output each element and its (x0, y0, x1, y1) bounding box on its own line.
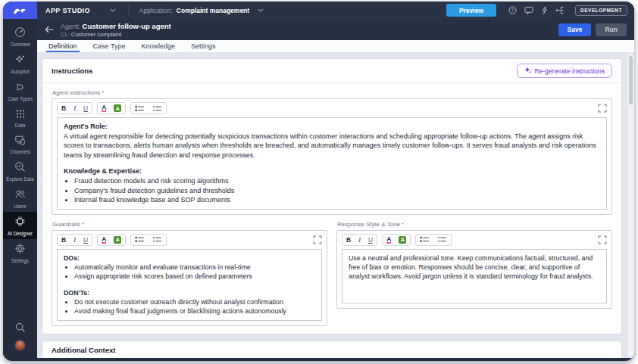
bold-button[interactable]: B (58, 235, 70, 245)
user-avatar[interactable] (14, 340, 26, 351)
svg-text:?: ? (511, 8, 514, 13)
fullscreen-expand-icon[interactable] (598, 104, 607, 113)
definition-tab-content: Instructions Re-generate instructions Ag… (37, 53, 634, 358)
instructions-card: Instructions Re-generate instructions Ag… (42, 58, 622, 334)
agent-tabs: Definition Case Type Knowledge Settings (37, 40, 634, 53)
app-window: APP STUDIO Application: Complaint manage… (3, 2, 634, 361)
dos-list: Automatically monitor and evaluate trans… (64, 263, 315, 282)
devices-icon (14, 135, 26, 148)
required-asterisk: * (402, 221, 404, 228)
text-color-button[interactable]: A (383, 235, 395, 245)
preview-button[interactable]: Preview (446, 4, 496, 17)
case-type-icon (14, 82, 26, 95)
gauge-icon (14, 26, 26, 41)
knowledge-list: Fraud detection models and risk scoring … (64, 176, 600, 205)
numbered-list-button[interactable] (149, 103, 166, 114)
response-style-editor: B I U A A (336, 230, 612, 309)
fullscreen-expand-icon[interactable] (598, 235, 607, 244)
grid-dots-icon (15, 108, 26, 122)
application-selector[interactable]: Application: Complaint management (128, 5, 264, 15)
response-style-text[interactable]: Use a neutral and professional tone. Kee… (342, 249, 607, 303)
tab-settings[interactable]: Settings (191, 42, 216, 52)
sidebar-item-explore-data[interactable]: Explore Data (3, 157, 37, 185)
environment-badge: DEVELOPMENT (575, 5, 627, 16)
text-color-button[interactable]: A (98, 235, 110, 245)
fullscreen-expand-icon[interactable] (313, 235, 322, 244)
italic-button[interactable]: I (355, 235, 364, 245)
sidebar-item-autopilot[interactable]: Autopilot (3, 50, 37, 77)
guardrails-label: Guardrails* (52, 221, 327, 228)
quick-actions-lightning-icon[interactable] (541, 6, 548, 14)
bold-button[interactable]: B (342, 235, 355, 245)
pega-logo[interactable] (3, 2, 37, 19)
sidebar-item-channels[interactable]: Channels (3, 131, 37, 157)
sidebar-item-case-types[interactable]: Case Types (3, 78, 37, 104)
text-color-button[interactable]: A (98, 103, 110, 114)
sidebar-item-ai-designer[interactable]: AI Designer (3, 212, 37, 239)
bullet-list-button[interactable] (131, 103, 149, 114)
search-chart-icon (14, 161, 26, 176)
run-button[interactable]: Run (596, 23, 627, 36)
class-label: CL: (61, 31, 70, 38)
required-asterisk: * (82, 221, 84, 228)
node-tree-icon[interactable] (555, 6, 565, 14)
chevron-down-icon (258, 8, 264, 12)
numbered-list-button[interactable] (149, 235, 166, 245)
donts-list: Do not execute customer outreach directl… (64, 297, 315, 316)
highlight-color-button[interactable]: A (110, 103, 125, 114)
bold-button[interactable]: B (58, 103, 70, 114)
left-navigation: Overview Autopilot Case Types Data Chann… (3, 19, 37, 358)
agent-instructions-toolbar: B I U A A (57, 102, 607, 114)
feedback-chat-icon[interactable] (524, 6, 533, 14)
italic-button[interactable]: I (70, 103, 80, 114)
tab-definition[interactable]: Definition (48, 42, 77, 52)
underline-button[interactable]: U (364, 235, 377, 245)
back-arrow-icon[interactable] (45, 26, 54, 33)
tab-knowledge[interactable]: Knowledge (141, 42, 175, 52)
response-style-label: Response Style & Tone* (337, 221, 612, 228)
scrollbar-thumb[interactable] (629, 56, 633, 104)
vertical-scrollbar[interactable] (628, 54, 633, 356)
app-studio-menu[interactable]: APP STUDIO (45, 7, 116, 14)
sidebar-item-data[interactable]: Data (3, 104, 37, 131)
numbered-list-button[interactable] (433, 235, 451, 245)
agent-header-bar: Agent: Customer follow-up agent CL: Cust… (37, 19, 634, 40)
required-asterisk: * (102, 89, 105, 96)
pega-logo-icon (12, 5, 29, 15)
application-label: Application: (139, 7, 173, 14)
tab-case-type[interactable]: Case Type (93, 42, 126, 52)
sidebar-item-overview[interactable]: Overview (3, 23, 37, 50)
application-value: Complaint management (177, 7, 249, 14)
agent-instructions-text[interactable]: Agent's Role: A virtual agent responsibl… (57, 117, 607, 210)
response-style-toolbar: B I U A A (342, 234, 607, 246)
class-value: Customer complaint (71, 31, 122, 38)
topbar-actions: Preview ? DEVELOPMENT (446, 4, 634, 17)
highlight-color-button[interactable]: A (395, 235, 410, 245)
sidebar-item-users[interactable]: Users (3, 185, 37, 212)
guardrails-text[interactable]: DOs: Automatically monitor and evaluate … (57, 249, 322, 321)
gear-icon (14, 243, 26, 257)
search-icon[interactable] (3, 317, 37, 338)
sparkle-icon (14, 54, 26, 68)
chip-icon (14, 216, 26, 230)
sparkle-icon (524, 67, 531, 75)
bullet-list-button[interactable] (131, 235, 149, 245)
underline-button[interactable]: U (80, 103, 92, 114)
guardrails-toolbar: B I U A A (57, 234, 322, 246)
regenerate-instructions-button[interactable]: Re-generate instructions (517, 64, 612, 78)
agent-name: Customer follow-up agent (83, 22, 171, 30)
highlight-color-button[interactable]: A (110, 235, 125, 245)
underline-button[interactable]: U (80, 235, 92, 245)
sidebar-spacer (3, 267, 37, 317)
help-icon[interactable]: ? (508, 6, 517, 14)
top-app-bar: APP STUDIO Application: Complaint manage… (3, 2, 634, 19)
bullet-list-button[interactable] (416, 235, 433, 245)
additional-context-title: Additional Context (52, 346, 115, 354)
agent-title-block: Agent: Customer follow-up agent CL: Cust… (61, 22, 171, 38)
italic-button[interactable]: I (70, 235, 80, 245)
sidebar-item-settings[interactable]: Settings (3, 239, 37, 266)
agent-instructions-label: Agent instructions* (52, 89, 612, 96)
guardrails-editor: B I U A A (52, 230, 327, 326)
save-button[interactable]: Save (558, 23, 592, 36)
app-studio-label: APP STUDIO (45, 7, 90, 14)
